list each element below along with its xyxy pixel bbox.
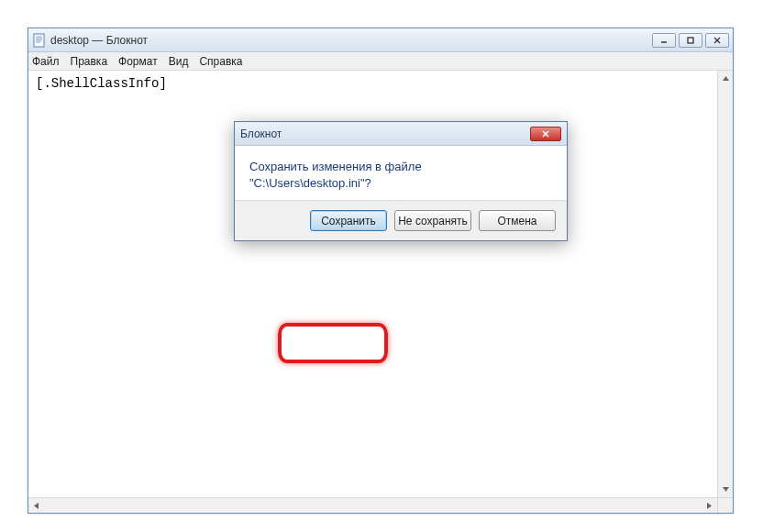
notepad-window: desktop — Блокнот Файл Правка Формат Вид… <box>28 28 734 514</box>
scroll-corner <box>717 497 733 513</box>
cancel-button[interactable]: Отмена <box>479 210 556 231</box>
menu-file[interactable]: Файл <box>32 55 60 68</box>
svg-marker-10 <box>723 487 729 492</box>
text-content[interactable]: [.ShellClassInfo] <box>28 71 733 96</box>
horizontal-scrollbar[interactable] <box>28 497 717 513</box>
scroll-up-icon[interactable] <box>718 71 734 86</box>
minimize-button[interactable] <box>652 33 676 48</box>
maximize-button[interactable] <box>679 33 702 48</box>
save-button[interactable]: Сохранить <box>310 210 387 231</box>
svg-marker-11 <box>34 503 39 509</box>
dont-save-button-label: Не сохранять <box>398 215 468 227</box>
menu-help[interactable]: Справка <box>199 55 242 68</box>
dialog-message-line2: "C:\Users\desktop.ini"? <box>249 175 552 192</box>
dont-save-button[interactable]: Не сохранять <box>394 210 471 231</box>
menu-format[interactable]: Формат <box>118 55 158 68</box>
window-title: desktop — Блокнот <box>50 34 652 47</box>
save-dialog: Блокнот Сохранить изменения в файле "C:\… <box>234 121 568 241</box>
dialog-close-button[interactable] <box>530 127 561 141</box>
cancel-button-label: Отмена <box>497 215 536 227</box>
dialog-titlebar[interactable]: Блокнот <box>235 122 567 146</box>
menu-view[interactable]: Вид <box>169 55 189 68</box>
scroll-down-icon[interactable] <box>718 482 734 497</box>
save-button-label: Сохранить <box>321 215 376 227</box>
svg-marker-9 <box>723 76 729 81</box>
dialog-message-line1: Сохранить изменения в файле <box>249 159 552 175</box>
close-button[interactable] <box>705 33 729 48</box>
titlebar[interactable]: desktop — Блокнот <box>28 28 733 52</box>
vertical-scrollbar[interactable] <box>717 71 733 497</box>
notepad-icon <box>32 33 47 48</box>
dialog-title: Блокнот <box>240 127 530 140</box>
svg-marker-12 <box>707 503 712 509</box>
menu-edit[interactable]: Правка <box>71 55 108 68</box>
scroll-right-icon[interactable] <box>702 498 717 514</box>
svg-rect-6 <box>688 38 693 43</box>
scroll-left-icon[interactable] <box>28 498 44 514</box>
dialog-footer: Сохранить Не сохранять Отмена <box>235 200 567 240</box>
dialog-message: Сохранить изменения в файле "C:\Users\de… <box>235 146 567 200</box>
menubar: Файл Правка Формат Вид Справка <box>28 52 733 71</box>
window-controls <box>652 33 729 48</box>
